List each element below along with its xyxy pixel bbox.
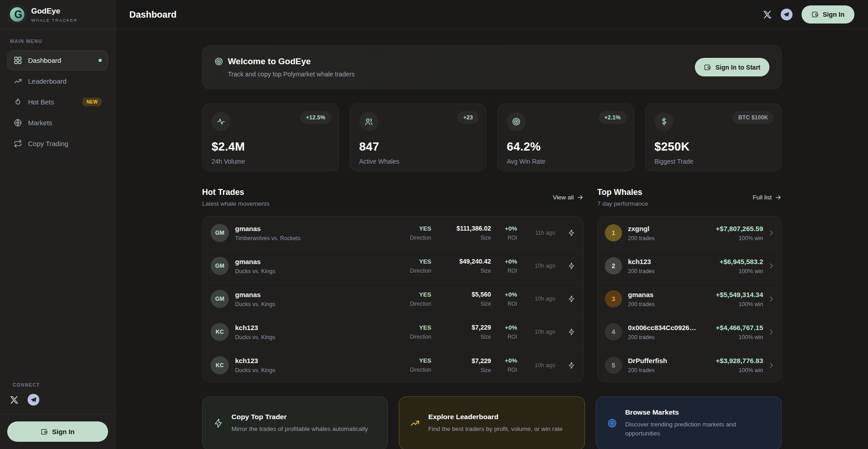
stat-card-win-rate: +2.1% 64.2% Avg Win Rate bbox=[497, 104, 634, 171]
explore-leaderboard-card[interactable]: Explore Leaderboard Find the best trader… bbox=[399, 397, 585, 449]
topbar: Dashboard Sign In bbox=[116, 0, 868, 29]
trade-row[interactable]: GM gmanas Ducks vs. Kings YESDirection $… bbox=[203, 283, 583, 316]
columns: Hot Trades Latest whale movements View a… bbox=[202, 188, 782, 382]
action-desc: Discover trending prediction markets and… bbox=[625, 420, 765, 439]
sidebar-item-label: Hot Bets bbox=[28, 98, 54, 106]
x-twitter-icon[interactable] bbox=[763, 10, 772, 19]
trade-market: Ducks vs. Kings bbox=[235, 268, 275, 274]
lightning-icon[interactable] bbox=[555, 295, 575, 302]
whale-row[interactable]: 4 0x006cc834Cc0926… 200 trades +$4,466,7… bbox=[598, 316, 781, 349]
browse-markets-card[interactable]: Browse Markets Discover trending predict… bbox=[596, 397, 782, 449]
view-all-label: View all bbox=[553, 194, 574, 201]
arrow-right-icon bbox=[775, 194, 782, 201]
sidebar-item-markets[interactable]: Markets bbox=[7, 113, 108, 133]
header-sign-in-button[interactable]: Sign In bbox=[802, 5, 854, 24]
godeye-logo-icon: G bbox=[8, 5, 26, 24]
sidebar-item-hot-bets[interactable]: Hot Bets NEW bbox=[7, 92, 108, 112]
active-dot-icon bbox=[99, 59, 102, 62]
lightning-icon[interactable] bbox=[555, 362, 575, 369]
brand-name: GodEye bbox=[31, 7, 77, 16]
trade-time: 10h ago bbox=[517, 296, 555, 302]
sidebar-item-dashboard[interactable]: Dashboard bbox=[7, 50, 108, 71]
trade-row[interactable]: GM gmanas Ducks vs. Kings YESDirection $… bbox=[203, 250, 583, 283]
trade-time: 10h ago bbox=[517, 329, 555, 335]
arrow-right-icon bbox=[577, 194, 584, 201]
size-value: $49,240.42 bbox=[431, 258, 491, 265]
whale-name: zxgngl bbox=[628, 225, 655, 232]
stat-value: $2.4M bbox=[212, 140, 330, 154]
whale-row[interactable]: 1 zxgngl 200 trades +$7,807,265.59 100% … bbox=[598, 217, 781, 250]
whale-trades: 200 trades bbox=[628, 268, 655, 274]
direction-value: YES bbox=[392, 291, 431, 298]
roi-label: ROI bbox=[491, 235, 517, 241]
action-desc: Find the best traders by profit, volume,… bbox=[428, 425, 562, 434]
stat-label: Avg Win Rate bbox=[507, 158, 625, 165]
copy-top-trader-card[interactable]: Copy Top Trader Mirror the trades of pro… bbox=[202, 397, 388, 449]
sidebar-item-leaderboard[interactable]: Leaderboard bbox=[7, 71, 108, 91]
avatar: KC bbox=[211, 356, 229, 374]
chevron-right-icon bbox=[768, 328, 775, 336]
roi-label: ROI bbox=[491, 268, 517, 274]
sign-in-to-start-button[interactable]: Sign In to Start bbox=[695, 58, 769, 76]
roi-value: +0% bbox=[491, 324, 517, 331]
sidebar-item-label: Dashboard bbox=[28, 57, 61, 64]
whale-win-rate: 100% win bbox=[716, 367, 763, 373]
trade-time: 10h ago bbox=[517, 362, 555, 369]
direction-value: YES bbox=[392, 357, 431, 364]
x-twitter-icon[interactable] bbox=[10, 396, 19, 404]
sidebar-item-copy-trading[interactable]: Copy Trading bbox=[7, 133, 108, 154]
stat-badge: +23 bbox=[458, 111, 479, 124]
sidebar-item-label: Leaderboard bbox=[28, 77, 66, 85]
stat-label: 24h Volume bbox=[212, 158, 330, 165]
whale-profit: +$3,928,776.83 bbox=[716, 357, 763, 364]
welcome-title: Welcome to GodEye bbox=[228, 57, 311, 66]
content: Welcome to GodEye Track and copy top Pol… bbox=[202, 29, 782, 449]
stat-badge: +2.1% bbox=[599, 111, 627, 124]
trade-market: Ducks vs. Kings bbox=[235, 367, 275, 373]
size-label: Size bbox=[431, 334, 491, 340]
whale-row[interactable]: 5 DrPufferfish 200 trades +$3,928,776.83… bbox=[598, 349, 781, 382]
whale-row[interactable]: 2 kch123 200 trades +$6,945,583.2 100% w… bbox=[598, 250, 781, 283]
size-label: Size bbox=[431, 235, 491, 241]
wallet-icon bbox=[704, 64, 711, 71]
trade-time: 10h ago bbox=[517, 263, 555, 269]
top-whales-header: Top Whales 7 day performance Full list bbox=[597, 188, 782, 207]
direction-label: Direction bbox=[392, 301, 431, 307]
telegram-icon[interactable] bbox=[28, 394, 39, 406]
direction-value: YES bbox=[392, 324, 431, 331]
rank-badge: 1 bbox=[605, 224, 622, 241]
trade-time: 11h ago bbox=[517, 230, 555, 236]
trader-name: kch123 bbox=[235, 357, 275, 364]
trade-row[interactable]: GM gmanas Timberwolves vs. Rockets YESDi… bbox=[203, 217, 583, 250]
whale-trades: 200 trades bbox=[628, 301, 655, 307]
lightning-icon[interactable] bbox=[555, 328, 575, 336]
dollar-icon bbox=[655, 112, 674, 131]
trade-market: Ducks vs. Kings bbox=[235, 334, 275, 340]
hot-trades-section: Hot Trades Latest whale movements View a… bbox=[202, 188, 584, 382]
welcome-text: Welcome to GodEye Track and copy top Pol… bbox=[214, 57, 354, 78]
stat-card-volume: +12.5% $2.4M 24h Volume bbox=[202, 104, 339, 171]
roi-value: +0% bbox=[491, 357, 517, 364]
whale-profit: +$6,945,583.2 bbox=[720, 258, 763, 265]
direction-value: YES bbox=[392, 225, 431, 232]
whale-win-rate: 100% win bbox=[716, 235, 763, 241]
action-cards: Copy Top Trader Mirror the trades of pro… bbox=[202, 397, 782, 449]
target-icon bbox=[507, 112, 526, 131]
telegram-icon[interactable] bbox=[781, 9, 793, 20]
target-icon bbox=[607, 418, 617, 428]
trade-row[interactable]: KC kch123 Ducks vs. Kings YESDirection $… bbox=[203, 316, 583, 349]
sidebar-sign-in-button[interactable]: Sign In bbox=[7, 421, 108, 442]
view-all-link[interactable]: View all bbox=[553, 194, 584, 201]
roi-label: ROI bbox=[491, 334, 517, 340]
brand[interactable]: G GodEye WHALE TRACKER bbox=[0, 0, 115, 29]
whale-row[interactable]: 3 gmanas 200 trades +$5,549,314.34 100% … bbox=[598, 283, 781, 316]
trade-row[interactable]: KC kch123 Ducks vs. Kings YESDirection $… bbox=[203, 349, 583, 382]
connect-label: CONNECT bbox=[13, 382, 105, 388]
full-list-link[interactable]: Full list bbox=[753, 194, 782, 201]
lightning-icon[interactable] bbox=[555, 229, 575, 236]
rank-badge: 5 bbox=[605, 357, 622, 374]
direction-label: Direction bbox=[392, 235, 431, 241]
lightning-icon[interactable] bbox=[555, 262, 575, 269]
roi-label: ROI bbox=[491, 301, 517, 307]
wallet-icon bbox=[41, 428, 48, 435]
